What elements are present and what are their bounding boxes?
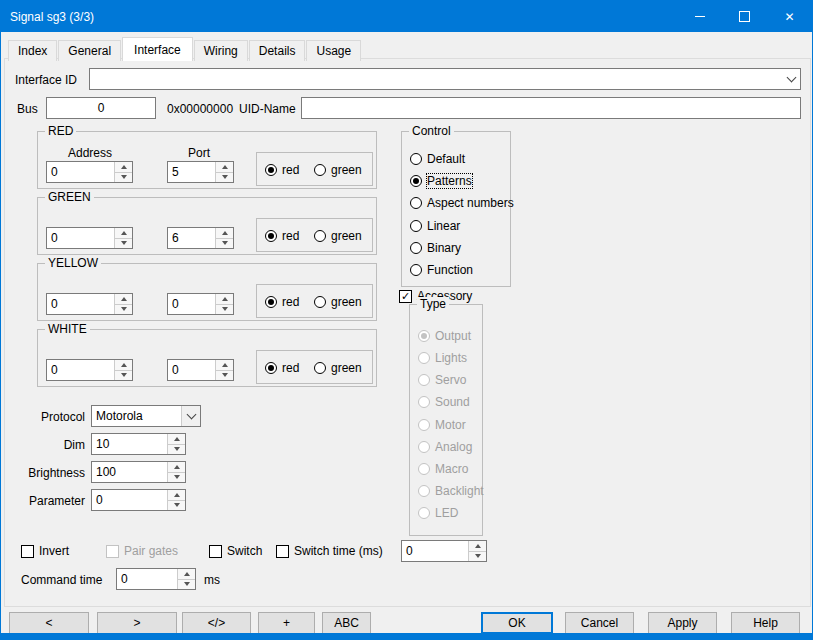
type-radio-servo: Servo xyxy=(418,373,466,387)
radio-red[interactable]: red xyxy=(265,163,299,177)
spin-up-icon[interactable] xyxy=(178,569,195,580)
radio-label: green xyxy=(331,229,362,243)
help-button[interactable]: Help xyxy=(731,612,800,634)
spin-down-icon[interactable] xyxy=(216,371,233,381)
checkbox-box xyxy=(21,545,34,558)
radio-red[interactable]: red xyxy=(265,229,299,243)
yellow-address-spinner[interactable]: 0 xyxy=(46,293,133,315)
checkbox-label: Pair gates xyxy=(124,544,178,558)
type-radio-analog: Analog xyxy=(418,440,472,454)
type-radio-led: LED xyxy=(418,506,458,520)
radio-circle xyxy=(410,264,422,276)
spin-down-icon[interactable] xyxy=(216,239,233,249)
spin-up-icon[interactable] xyxy=(115,162,132,173)
nav-prev-button[interactable]: < xyxy=(9,612,89,634)
add-button[interactable]: + xyxy=(258,612,315,634)
switch-checkbox[interactable]: Switch xyxy=(209,544,262,558)
radio-green[interactable]: green xyxy=(314,295,362,309)
radio-label: Function xyxy=(427,263,473,277)
radio-label: green xyxy=(331,361,362,375)
uid-name-input[interactable] xyxy=(301,97,801,119)
spin-down-icon[interactable] xyxy=(115,371,132,381)
cancel-button[interactable]: Cancel xyxy=(565,612,634,634)
control-radio-function[interactable]: Function xyxy=(410,263,473,277)
minimize-button[interactable] xyxy=(677,1,722,32)
invert-checkbox[interactable]: Invert xyxy=(21,544,69,558)
radio-red[interactable]: red xyxy=(265,295,299,309)
window-bottom-border xyxy=(1,633,812,639)
spin-down-icon[interactable] xyxy=(115,173,132,183)
red-port-spinner[interactable]: 5 xyxy=(167,161,234,183)
dim-spinner[interactable]: 10 xyxy=(91,433,186,455)
tab-usage[interactable]: Usage xyxy=(306,40,361,61)
green-port-spinner[interactable]: 6 xyxy=(167,227,234,249)
apply-button[interactable]: Apply xyxy=(648,612,717,634)
switch-time-checkbox[interactable]: Switch time (ms) xyxy=(276,544,383,558)
radio-green[interactable]: green xyxy=(314,361,362,375)
protocol-label: Protocol xyxy=(1,410,85,424)
bus-input[interactable]: 0 xyxy=(46,97,156,119)
parameter-spinner[interactable]: 0 xyxy=(91,489,186,511)
minimize-icon xyxy=(695,16,705,17)
radio-green[interactable]: green xyxy=(314,229,362,243)
control-radio-aspect-numbers[interactable]: Aspect numbers xyxy=(410,196,514,210)
protocol-select[interactable]: Motorola xyxy=(91,405,201,427)
spin-down-icon[interactable] xyxy=(115,305,132,315)
spin-down-icon[interactable] xyxy=(168,473,185,483)
spinner-value: 0 xyxy=(402,541,468,561)
yellow-port-spinner[interactable]: 0 xyxy=(167,293,234,315)
radio-red[interactable]: red xyxy=(265,361,299,375)
spin-up-icon[interactable] xyxy=(115,228,132,239)
spin-up-icon[interactable] xyxy=(115,360,132,371)
spin-down-icon[interactable] xyxy=(168,445,185,455)
spin-up-icon[interactable] xyxy=(216,162,233,173)
control-radio-linear[interactable]: Linear xyxy=(410,219,460,233)
control-radio-default[interactable]: Default xyxy=(410,152,465,166)
radio-green[interactable]: green xyxy=(314,163,362,177)
tab-wiring[interactable]: Wiring xyxy=(194,40,248,61)
spin-down-icon[interactable] xyxy=(115,239,132,249)
green-address-spinner[interactable]: 0 xyxy=(46,227,133,249)
spin-down-icon[interactable] xyxy=(168,501,185,511)
tab-index[interactable]: Index xyxy=(8,40,57,61)
radio-label: Sound xyxy=(435,395,470,409)
chevron-down-icon xyxy=(782,69,800,89)
radio-label: red xyxy=(282,361,299,375)
switch-time-spinner[interactable]: 0 xyxy=(401,540,487,562)
spin-down-icon[interactable] xyxy=(216,173,233,183)
radio-circle xyxy=(265,164,277,176)
control-radio-binary[interactable]: Binary xyxy=(410,241,461,255)
spin-up-icon[interactable] xyxy=(216,294,233,305)
spin-up-icon[interactable] xyxy=(469,541,486,552)
ok-button[interactable]: OK xyxy=(481,612,553,634)
tab-general[interactable]: General xyxy=(58,40,121,61)
spin-buttons xyxy=(167,434,185,454)
red-address-spinner[interactable]: 0 xyxy=(46,161,133,183)
maximize-button[interactable] xyxy=(722,1,767,32)
tab-details[interactable]: Details xyxy=(249,40,306,61)
spin-up-icon[interactable] xyxy=(168,490,185,501)
spin-up-icon[interactable] xyxy=(216,228,233,239)
spinner-value: 0 xyxy=(47,360,114,380)
checkbox-label: Switch xyxy=(227,544,262,558)
nav-next-button[interactable]: > xyxy=(97,612,177,634)
control-radio-patterns[interactable]: Patterns xyxy=(410,174,472,188)
code-view-button[interactable]: </> xyxy=(182,612,251,634)
command-time-spinner[interactable]: 0 xyxy=(116,568,196,590)
spin-down-icon[interactable] xyxy=(178,580,195,590)
white-address-spinner[interactable]: 0 xyxy=(46,359,133,381)
interface-id-combobox[interactable] xyxy=(89,68,801,90)
white-port-spinner[interactable]: 0 xyxy=(167,359,234,381)
spin-up-icon[interactable] xyxy=(216,360,233,371)
spin-up-icon[interactable] xyxy=(115,294,132,305)
spin-up-icon[interactable] xyxy=(168,434,185,445)
spin-down-icon[interactable] xyxy=(469,552,486,562)
close-button[interactable]: ✕ xyxy=(767,1,812,32)
spin-down-icon[interactable] xyxy=(216,305,233,315)
radio-circle xyxy=(410,242,422,254)
tab-interface[interactable]: Interface xyxy=(122,37,193,61)
spin-up-icon[interactable] xyxy=(168,462,185,473)
radio-label: Aspect numbers xyxy=(427,196,514,210)
brightness-spinner[interactable]: 100 xyxy=(91,461,186,483)
abc-button[interactable]: ABC xyxy=(322,612,371,634)
